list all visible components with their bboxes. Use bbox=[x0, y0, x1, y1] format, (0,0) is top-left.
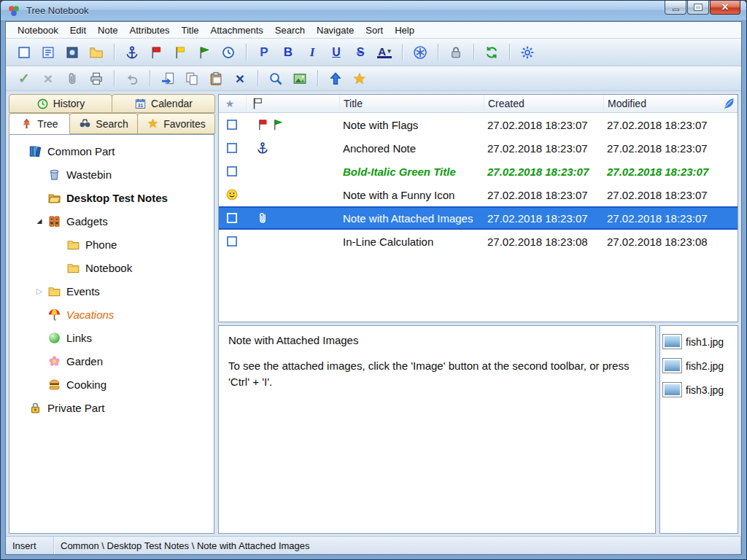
tree-item-wastebin[interactable]: Wastebin bbox=[9, 163, 214, 186]
flag-yellow-icon bbox=[173, 45, 187, 60]
flag-yellow-button[interactable] bbox=[169, 42, 191, 62]
close-button[interactable] bbox=[710, 1, 740, 15]
tree-item-cooking[interactable]: Cooking bbox=[9, 373, 214, 396]
tab-tree[interactable]: Tree bbox=[9, 113, 70, 134]
menu-attachments[interactable]: Attachments bbox=[205, 23, 269, 38]
menu-attributes[interactable]: Attributes bbox=[124, 23, 176, 38]
flag-red-button[interactable] bbox=[145, 42, 167, 62]
header-title[interactable]: Title bbox=[340, 95, 484, 112]
tab-search[interactable]: Search bbox=[69, 113, 138, 134]
attachment-item-1[interactable]: fish1.jpg bbox=[662, 330, 735, 354]
note-row-4[interactable]: Note with a Funny Icon27.02.2018 18:23:0… bbox=[219, 183, 738, 206]
header-icon-column[interactable]: ★ bbox=[219, 95, 247, 112]
refresh-button[interactable] bbox=[481, 42, 503, 62]
menu-notebook[interactable]: Notebook bbox=[12, 23, 64, 38]
tree-item-label: Phone bbox=[85, 238, 117, 251]
bold-icon: B bbox=[281, 45, 295, 60]
paragraph-button[interactable]: P bbox=[253, 42, 275, 62]
tree-item-label: Cooking bbox=[66, 378, 107, 391]
move-up-button[interactable] bbox=[325, 69, 347, 88]
delete-x-button[interactable]: × bbox=[229, 69, 251, 88]
tree-collapsed-arrow-icon[interactable]: ▷ bbox=[33, 287, 46, 296]
paste-icon bbox=[209, 71, 223, 86]
flag-green-button[interactable] bbox=[193, 42, 215, 62]
anchor-button[interactable] bbox=[121, 42, 143, 62]
note-lead-cell bbox=[219, 160, 247, 183]
menu-edit[interactable]: Edit bbox=[64, 23, 92, 38]
note-rows: Note with Flags27.02.2018 18:23:0727.02.… bbox=[219, 113, 738, 322]
note-title: Note with Flags bbox=[340, 113, 484, 136]
tree-expanded-arrow-icon[interactable]: ◢ bbox=[33, 217, 46, 225]
print-button[interactable] bbox=[85, 69, 107, 88]
header-created[interactable]: Created bbox=[484, 95, 604, 112]
tree-item-gadgets[interactable]: ◢Gadgets bbox=[9, 209, 214, 233]
maximize-button[interactable] bbox=[687, 1, 709, 15]
image-thumbnail-icon bbox=[662, 358, 682, 373]
tree-item-events[interactable]: ▷Events bbox=[9, 279, 214, 303]
tree-item-desktop-test-notes[interactable]: Desktop Test Notes bbox=[9, 186, 214, 209]
flag-green-icon bbox=[271, 118, 285, 131]
wastebin-icon bbox=[47, 168, 61, 182]
print-icon bbox=[89, 71, 104, 86]
tab-calendar[interactable]: 31 Calendar bbox=[112, 94, 215, 113]
tree-item-label: Events bbox=[66, 285, 100, 298]
note-list-panel: ★ Title Created Modified Note with Flags… bbox=[218, 94, 738, 322]
attach-paperclip-button[interactable] bbox=[61, 69, 83, 88]
font-color-button[interactable]: A bbox=[374, 42, 395, 62]
note-row-3[interactable]: Bold-Italic Green Title27.02.2018 18:23:… bbox=[219, 160, 738, 183]
note-list-button[interactable] bbox=[37, 42, 59, 62]
tab-history[interactable]: History bbox=[9, 94, 112, 113]
copy-button[interactable] bbox=[181, 69, 203, 88]
menu-sort[interactable]: Sort bbox=[360, 23, 389, 38]
view-image-button[interactable] bbox=[289, 69, 311, 88]
tree-item-links[interactable]: Links bbox=[9, 326, 214, 349]
note-row-1[interactable]: Note with Flags27.02.2018 18:23:0727.02.… bbox=[219, 113, 738, 136]
italic-button[interactable]: I bbox=[301, 42, 323, 62]
bold-button[interactable]: B bbox=[277, 42, 299, 62]
toolbar-main: PBIUSA bbox=[6, 39, 741, 66]
confirm-check-button[interactable]: ✓ bbox=[13, 69, 35, 88]
note-lead-cell bbox=[219, 208, 247, 228]
options-flower-button[interactable] bbox=[409, 42, 431, 62]
menu-note[interactable]: Note bbox=[92, 23, 123, 38]
toolbar-separator bbox=[438, 44, 438, 61]
menu-help[interactable]: Help bbox=[389, 23, 420, 38]
note-new-button[interactable] bbox=[13, 42, 35, 62]
settings-gear-button[interactable] bbox=[516, 42, 538, 62]
clock-button[interactable] bbox=[217, 42, 239, 62]
tree-item-garden[interactable]: Garden bbox=[9, 349, 214, 373]
header-modified[interactable]: Modified bbox=[604, 95, 738, 112]
tree-item-private-part[interactable]: Private Part bbox=[9, 396, 214, 419]
title-bar[interactable]: Tree Notebook bbox=[1, 1, 746, 21]
note-editor[interactable]: Note with Attached Images To see the att… bbox=[218, 325, 656, 534]
header-flag-column[interactable] bbox=[247, 95, 340, 112]
menu-search[interactable]: Search bbox=[269, 23, 311, 38]
note-row-6[interactable]: In-Line Calculation27.02.2018 18:23:0827… bbox=[219, 230, 738, 253]
undo-button[interactable] bbox=[121, 69, 143, 88]
new-folder-button[interactable] bbox=[85, 42, 107, 62]
tree-item-vacations[interactable]: Vacations bbox=[9, 303, 214, 326]
export-note-button[interactable] bbox=[157, 69, 179, 88]
paste-button[interactable] bbox=[205, 69, 227, 88]
tree-item-common-part[interactable]: Common Part bbox=[9, 139, 214, 163]
note-row-2[interactable]: Anchored Note27.02.2018 18:23:0727.02.20… bbox=[219, 136, 738, 160]
tree-item-phone[interactable]: Phone bbox=[9, 233, 214, 256]
lock-button[interactable] bbox=[445, 42, 467, 62]
minimize-button[interactable] bbox=[665, 1, 686, 15]
tab-search-label: Search bbox=[96, 118, 128, 130]
menu-navigate[interactable]: Navigate bbox=[311, 23, 360, 38]
attachment-item-2[interactable]: fish2.jpg bbox=[662, 354, 735, 378]
menu-title[interactable]: Title bbox=[175, 23, 204, 38]
note-image-button[interactable] bbox=[61, 42, 83, 62]
tree-item-notebook[interactable]: Notebook bbox=[9, 256, 214, 279]
favorite-star-button[interactable]: ★ bbox=[349, 69, 371, 88]
tab-favorites[interactable]: ★ Favorites bbox=[137, 113, 215, 134]
zoom-magnifier-button[interactable] bbox=[265, 69, 287, 88]
note-row-5[interactable]: Note with Attached Images27.02.2018 18:2… bbox=[219, 206, 738, 230]
note-title: Bold-Italic Green Title bbox=[340, 160, 484, 183]
strikethrough-button[interactable]: S bbox=[349, 42, 371, 62]
underline-button[interactable]: U bbox=[325, 42, 347, 62]
attachment-item-3[interactable]: fish3.jpg bbox=[662, 378, 735, 402]
attachment-name: fish2.jpg bbox=[686, 360, 724, 372]
cancel-x-button[interactable]: × bbox=[37, 69, 59, 88]
